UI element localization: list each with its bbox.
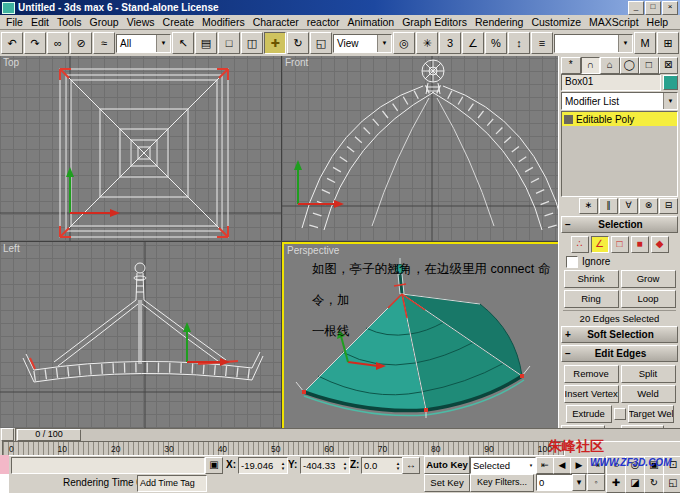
- modifier-stack[interactable]: Editable Poly: [561, 111, 678, 197]
- viewport-perspective[interactable]: Perspective 如图，亭子的翘角，在边级里用 connect 命令，加 …: [282, 242, 567, 432]
- align-icon[interactable]: ⊞: [657, 32, 679, 54]
- menu-create[interactable]: Create: [159, 16, 199, 28]
- remove-button[interactable]: Remove: [564, 365, 619, 383]
- viewport-front[interactable]: Front: [282, 56, 563, 241]
- track-bar-ruler[interactable]: 0 10 20 30 40 50 60 70 80 90 100: [2, 441, 565, 456]
- y-spinner[interactable]: ▴▾: [341, 461, 349, 471]
- x-coord-field[interactable]: -19.046 ▴▾: [238, 457, 288, 474]
- z-spinner[interactable]: ▴▾: [394, 461, 402, 471]
- percent-snap-icon[interactable]: %: [485, 32, 507, 54]
- configure-modifier-sets-icon[interactable]: ⊟: [659, 198, 678, 214]
- selection-filter-dropdown[interactable]: All ▼: [116, 34, 171, 53]
- tab-modify-icon[interactable]: ∩: [581, 57, 601, 74]
- arc-rotate-button[interactable]: ↻: [644, 474, 664, 493]
- menu-rendering[interactable]: Rendering: [471, 16, 527, 28]
- maxscript-mini-listener-white[interactable]: [0, 474, 9, 493]
- chevron-down-icon[interactable]: ▼: [663, 93, 677, 109]
- ring-button[interactable]: Ring: [564, 290, 619, 308]
- show-end-result-icon[interactable]: ∥: [599, 198, 618, 214]
- tab-utilities-icon[interactable]: ⊠: [659, 57, 679, 74]
- menu-file[interactable]: File: [2, 16, 27, 28]
- x-spinner[interactable]: ▴▾: [279, 461, 287, 471]
- named-selection-sets-icon[interactable]: ≡: [531, 32, 553, 54]
- select-and-scale-icon[interactable]: ◱: [310, 32, 332, 54]
- split-button[interactable]: Split: [621, 365, 676, 383]
- menu-graph-editors[interactable]: Graph Editors: [398, 16, 471, 28]
- menu-reactor[interactable]: reactor: [303, 16, 344, 28]
- extrude-button[interactable]: Extrude: [566, 405, 612, 423]
- tab-motion-icon[interactable]: ◯: [620, 57, 640, 74]
- rollout-edit-edges-header[interactable]: − Edit Edges: [561, 345, 678, 362]
- rollout-selection-header[interactable]: − Selection: [561, 216, 678, 233]
- modifier-stack-item-editable-poly[interactable]: Editable Poly: [562, 112, 677, 126]
- chevron-down-icon[interactable]: ▼: [156, 35, 170, 52]
- element-subobject-icon[interactable]: ◆: [651, 236, 669, 253]
- loop-button[interactable]: Loop: [621, 290, 676, 308]
- make-unique-icon[interactable]: ∀: [619, 198, 638, 214]
- named-selection-dropdown[interactable]: ▼: [554, 34, 633, 53]
- select-object-icon[interactable]: ↖: [172, 32, 194, 54]
- select-and-rotate-icon[interactable]: ↻: [287, 32, 309, 54]
- min-max-toggle-button[interactable]: ◱: [663, 474, 680, 493]
- reference-coordinate-dropdown[interactable]: View ▼: [333, 34, 392, 53]
- target-weld-button[interactable]: Target Weld: [628, 405, 674, 423]
- menu-views[interactable]: Views: [123, 16, 159, 28]
- angle-snap-icon[interactable]: ∠: [462, 32, 484, 54]
- close-button[interactable]: ×: [662, 1, 678, 15]
- object-color-swatch[interactable]: [663, 75, 678, 90]
- remove-modifier-icon[interactable]: ⊗: [639, 198, 658, 214]
- key-selection-dropdown[interactable]: Selected ▾: [470, 457, 536, 474]
- mini-curve-editor-button[interactable]: [1, 428, 14, 441]
- edge-subobject-icon[interactable]: ∠: [591, 236, 609, 253]
- viewport-top[interactable]: Top: [0, 56, 281, 241]
- menu-edit[interactable]: Edit: [27, 16, 53, 28]
- menu-help[interactable]: Help: [643, 16, 673, 28]
- pan-button[interactable]: ✚: [606, 474, 626, 493]
- shrink-button[interactable]: Shrink: [564, 270, 619, 288]
- grow-button[interactable]: Grow: [621, 270, 676, 288]
- snaps-toggle-icon[interactable]: 3: [439, 32, 461, 54]
- maximize-button[interactable]: □: [645, 1, 661, 15]
- menu-customize[interactable]: Customize: [527, 16, 585, 28]
- previous-frame-button[interactable]: ◀: [553, 457, 571, 474]
- extrude-settings-button[interactable]: [614, 408, 626, 420]
- menu-maxscript[interactable]: MAXScript: [585, 16, 643, 28]
- select-and-move-icon[interactable]: ✚: [264, 32, 286, 54]
- play-button[interactable]: ▶: [570, 457, 588, 474]
- chevron-down-icon[interactable]: ▼: [377, 35, 391, 52]
- add-time-tag[interactable]: Add Time Tag: [137, 475, 207, 492]
- object-name-field[interactable]: Box01: [561, 74, 661, 91]
- viewport-left-label[interactable]: Left: [3, 243, 20, 254]
- pin-stack-icon[interactable]: ∗: [579, 198, 598, 214]
- viewport-top-label[interactable]: Top: [3, 57, 19, 68]
- y-coord-field[interactable]: -404.33 ▴▾: [300, 457, 350, 474]
- window-crossing-icon[interactable]: ◫: [241, 32, 263, 54]
- undo-icon[interactable]: ↶: [1, 32, 23, 54]
- select-and-manipulate-icon[interactable]: ✳: [416, 32, 438, 54]
- insert-vertex-button[interactable]: Insert Vertex: [564, 385, 619, 403]
- selection-lock-icon[interactable]: ▣: [205, 457, 223, 474]
- key-filters-button[interactable]: Key Filters...: [470, 474, 534, 492]
- mirror-icon[interactable]: M: [634, 32, 656, 54]
- auto-key-button[interactable]: Auto Key: [424, 456, 470, 474]
- border-subobject-icon[interactable]: □: [611, 236, 629, 253]
- time-slider-thumb[interactable]: 0 / 100: [17, 429, 81, 441]
- menu-animation[interactable]: Animation: [343, 16, 398, 28]
- tab-create-icon[interactable]: *: [561, 57, 581, 74]
- menu-group[interactable]: Group: [86, 16, 123, 28]
- frame-spinner[interactable]: ▾: [572, 474, 586, 491]
- go-to-start-button[interactable]: ⇤: [536, 457, 554, 474]
- tab-hierarchy-icon[interactable]: ⌂: [600, 57, 620, 74]
- unlink-selection-icon[interactable]: ⊘: [70, 32, 92, 54]
- minimize-button[interactable]: _: [628, 1, 644, 15]
- chevron-down-icon[interactable]: ▼: [618, 35, 632, 52]
- chevron-down-icon[interactable]: ▾: [527, 463, 535, 468]
- redo-icon[interactable]: ↷: [24, 32, 46, 54]
- walk-through-button[interactable]: ◪: [625, 474, 645, 493]
- use-pivot-center-icon[interactable]: ◎: [393, 32, 415, 54]
- menu-modifiers[interactable]: Modifiers: [198, 16, 249, 28]
- key-mode-toggle[interactable]: ◦: [587, 474, 605, 491]
- z-coord-field[interactable]: 0.0 ▴▾: [361, 457, 403, 474]
- spinner-snap-icon[interactable]: ↕: [508, 32, 530, 54]
- polygon-subobject-icon[interactable]: ■: [631, 236, 649, 253]
